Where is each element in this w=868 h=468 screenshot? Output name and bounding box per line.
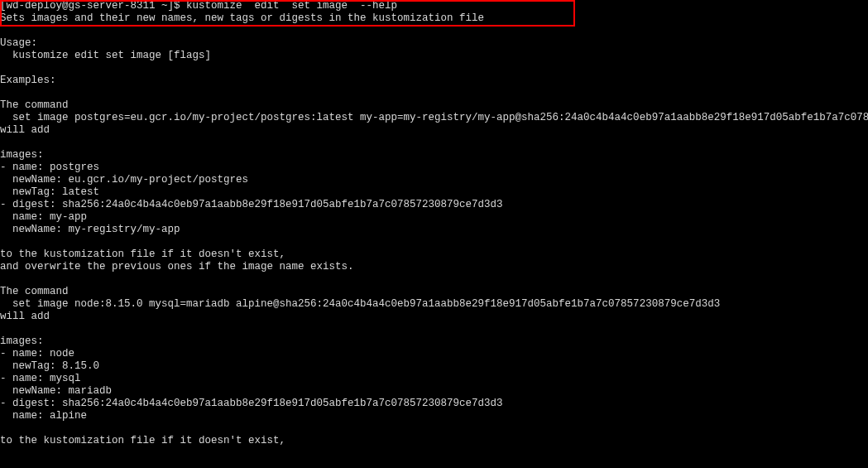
example1-note-a: to the kustomization file if it doesn't …	[0, 248, 285, 260]
examples-header: Examples:	[0, 75, 56, 86]
usage-header: Usage:	[0, 37, 37, 49]
example2-will-add: will add	[0, 311, 50, 322]
example1-will-add: will add	[0, 124, 50, 136]
example2-header: The command	[0, 286, 69, 297]
shell-prompt-line: [wd-deploy@gs-server-8311 ~]$ kustomize …	[0, 0, 397, 12]
terminal-output[interactable]: [wd-deploy@gs-server-8311 ~]$ kustomize …	[0, 0, 868, 447]
example1-header: The command	[0, 99, 69, 111]
example2-images-block: images: - name: node newTag: 8.15.0 - na…	[0, 335, 503, 422]
example1-command: set image postgres=eu.gcr.io/my-project/…	[0, 112, 868, 123]
command-description: Sets images and their new names, new tag…	[0, 12, 484, 24]
example1-images-block: images: - name: postgres newName: eu.gcr…	[0, 149, 503, 235]
example1-note-b: and overwrite the previous ones if the i…	[0, 261, 354, 273]
usage-line: kustomize edit set image [flags]	[0, 50, 211, 61]
example2-note: to the kustomization file if it doesn't …	[0, 435, 285, 446]
example2-command: set image node:8.15.0 mysql=mariadb alpi…	[0, 298, 720, 310]
